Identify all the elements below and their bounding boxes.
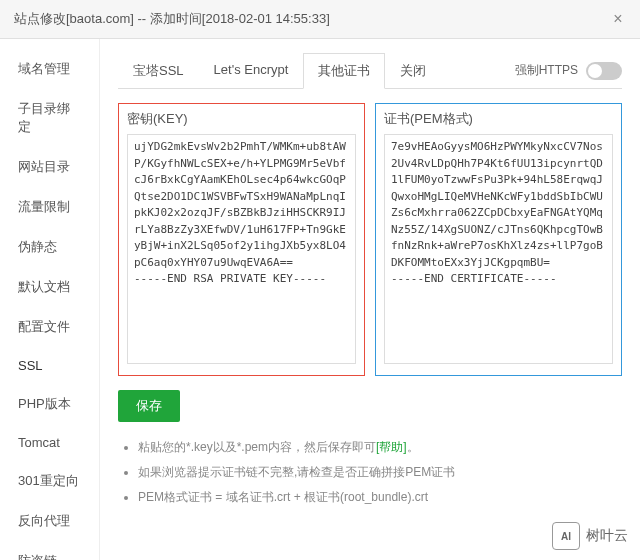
sidebar-item-domain[interactable]: 域名管理 [0, 49, 99, 89]
sidebar-item-hotlink[interactable]: 防盗链 [0, 541, 99, 560]
sidebar-item-traffic[interactable]: 流量限制 [0, 187, 99, 227]
pem-textarea[interactable] [384, 134, 613, 364]
key-label: 密钥(KEY) [127, 110, 356, 128]
sidebar-item-tomcat[interactable]: Tomcat [0, 424, 99, 461]
tab-other-cert[interactable]: 其他证书 [303, 53, 385, 89]
watermark-icon: AI [552, 522, 580, 550]
sidebar-item-webdir[interactable]: 网站目录 [0, 147, 99, 187]
pem-label: 证书(PEM格式) [384, 110, 613, 128]
sidebar-item-subdir[interactable]: 子目录绑定 [0, 89, 99, 147]
force-https-switch[interactable] [586, 62, 622, 80]
tip-2: 如果浏览器提示证书链不完整,请检查是否正确拼接PEM证书 [138, 463, 622, 482]
tip-1: 粘贴您的*.key以及*.pem内容，然后保存即可[帮助]。 [138, 438, 622, 457]
save-button[interactable]: 保存 [118, 390, 180, 422]
sidebar-item-ssl[interactable]: SSL [0, 347, 99, 384]
sidebar-item-default-doc[interactable]: 默认文档 [0, 267, 99, 307]
sidebar-item-proxy[interactable]: 反向代理 [0, 501, 99, 541]
ssl-tabs: 宝塔SSL Let's Encrypt 其他证书 关闭 [118, 53, 441, 88]
tab-baota-ssl[interactable]: 宝塔SSL [118, 53, 199, 89]
close-icon[interactable]: × [610, 11, 626, 27]
pem-box: 证书(PEM格式) [375, 103, 622, 376]
tab-lets-encrypt[interactable]: Let's Encrypt [199, 53, 304, 89]
tab-close-ssl[interactable]: 关闭 [385, 53, 441, 89]
titlebar: 站点修改[baota.com] -- 添加时间[2018-02-01 14:55… [0, 0, 640, 39]
window-title: 站点修改[baota.com] -- 添加时间[2018-02-01 14:55… [14, 10, 330, 28]
tips-list: 粘贴您的*.key以及*.pem内容，然后保存即可[帮助]。 如果浏览器提示证书… [118, 438, 622, 508]
watermark-text: 树叶云 [586, 527, 628, 545]
key-box: 密钥(KEY) [118, 103, 365, 376]
sidebar-item-301[interactable]: 301重定向 [0, 461, 99, 501]
key-textarea[interactable] [127, 134, 356, 364]
watermark: AI 树叶云 [552, 522, 628, 550]
sidebar-item-config[interactable]: 配置文件 [0, 307, 99, 347]
help-link[interactable]: [帮助] [376, 440, 407, 454]
tip-3: PEM格式证书 = 域名证书.crt + 根证书(root_bundle).cr… [138, 488, 622, 507]
force-https-label: 强制HTTPS [515, 62, 578, 79]
sidebar-item-php[interactable]: PHP版本 [0, 384, 99, 424]
sidebar: 域名管理 子目录绑定 网站目录 流量限制 伪静态 默认文档 配置文件 SSL P… [0, 39, 100, 560]
sidebar-item-rewrite[interactable]: 伪静态 [0, 227, 99, 267]
main-panel: 宝塔SSL Let's Encrypt 其他证书 关闭 强制HTTPS 密钥(K… [100, 39, 640, 560]
